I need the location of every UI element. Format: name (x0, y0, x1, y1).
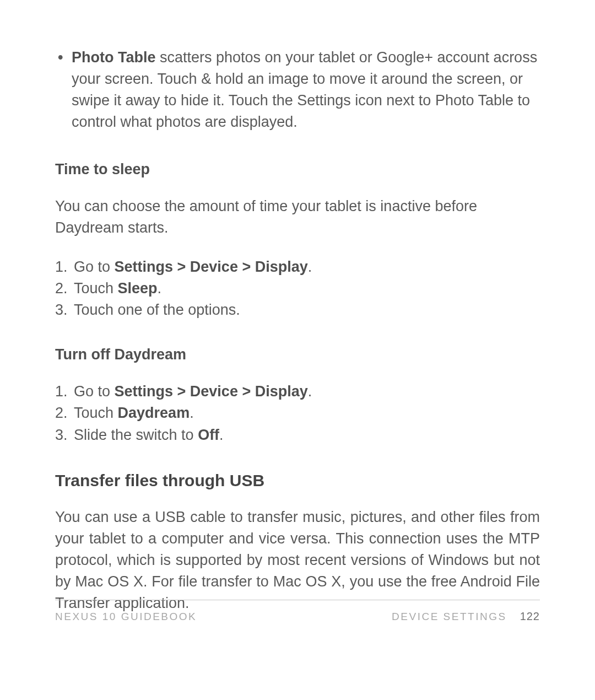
photo-table-bullet: • Photo Table scatters photos on your ta… (55, 47, 540, 133)
step-pre: Go to (74, 259, 115, 275)
time-to-sleep-steps: Go to Settings > Device > Display. Touch… (55, 256, 540, 321)
step-bold: Settings > Device > Display (115, 259, 308, 275)
step-pre: Touch (74, 405, 118, 421)
photo-table-bullet-list: • Photo Table scatters photos on your ta… (55, 47, 540, 133)
step-bold: Daydream (118, 405, 190, 421)
step-post: . (308, 383, 312, 400)
step-item: Touch one of the options. (55, 299, 540, 321)
footer-right: DEVICE SETTINGS 122 (392, 610, 540, 623)
step-pre: Touch (74, 280, 118, 297)
step-post: . (219, 427, 224, 443)
step-item: Touch Daydream. (55, 402, 540, 424)
step-post: . (158, 280, 162, 297)
step-post: . (190, 405, 194, 421)
page-footer: NEXUS 10 GUIDEBOOK DEVICE SETTINGS 122 (55, 600, 540, 623)
turn-off-daydream-heading: Turn off Daydream (55, 346, 540, 363)
document-page: • Photo Table scatters photos on your ta… (0, 0, 595, 700)
footer-left: NEXUS 10 GUIDEBOOK (55, 611, 197, 623)
time-to-sleep-heading: Time to sleep (55, 161, 540, 178)
step-bold: Sleep (118, 280, 158, 297)
transfer-usb-body: You can use a USB cable to transfer musi… (55, 507, 540, 615)
time-to-sleep-intro: You can choose the amount of time your t… (55, 196, 540, 239)
step-pre: Go to (74, 383, 115, 400)
step-pre: Touch one of the options. (74, 301, 240, 318)
transfer-usb-heading: Transfer files through USB (55, 471, 540, 490)
footer-section: DEVICE SETTINGS (392, 611, 507, 623)
step-item: Slide the switch to Off. (55, 424, 540, 446)
turn-off-daydream-steps: Go to Settings > Device > Display. Touch… (55, 381, 540, 445)
step-item: Go to Settings > Device > Display. (55, 381, 540, 402)
photo-table-lead: Photo Table (72, 49, 156, 66)
step-item: Touch Sleep. (55, 278, 540, 299)
footer-page-number: 122 (520, 610, 540, 623)
bullet-dot-icon: • (58, 47, 63, 68)
step-pre: Slide the switch to (74, 427, 198, 443)
step-bold: Off (198, 427, 219, 443)
step-post: . (308, 259, 312, 275)
step-bold: Settings > Device > Display (115, 383, 308, 400)
step-item: Go to Settings > Device > Display. (55, 256, 540, 278)
